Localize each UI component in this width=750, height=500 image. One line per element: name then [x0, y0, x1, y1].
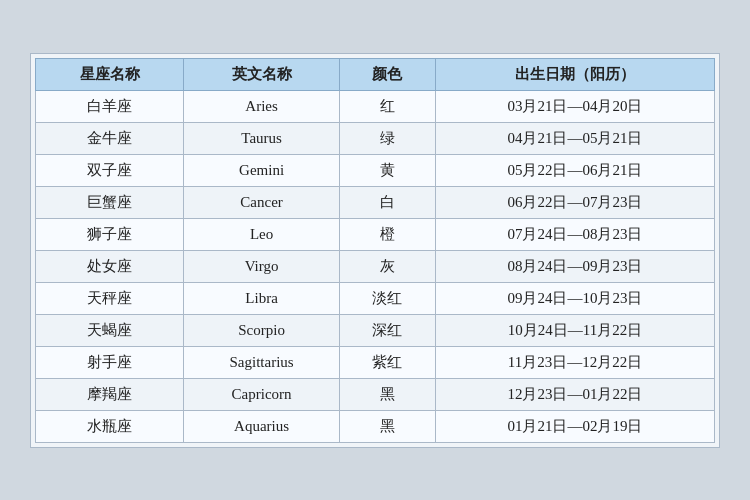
cell-5-2: 灰: [339, 250, 435, 282]
cell-2-1: Gemini: [184, 154, 340, 186]
cell-3-2: 白: [339, 186, 435, 218]
cell-9-3: 12月23日—01月22日: [435, 378, 714, 410]
cell-1-3: 04月21日—05月21日: [435, 122, 714, 154]
cell-4-0: 狮子座: [36, 218, 184, 250]
table-row: 摩羯座Capricorn黑12月23日—01月22日: [36, 378, 715, 410]
cell-8-2: 紫红: [339, 346, 435, 378]
table-row: 天蝎座Scorpio深红10月24日—11月22日: [36, 314, 715, 346]
cell-2-2: 黄: [339, 154, 435, 186]
table-row: 天秤座Libra淡红09月24日—10月23日: [36, 282, 715, 314]
cell-6-3: 09月24日—10月23日: [435, 282, 714, 314]
table-row: 射手座Sagittarius紫红11月23日—12月22日: [36, 346, 715, 378]
table-body: 白羊座Aries红03月21日—04月20日金牛座Taurus绿04月21日—0…: [36, 90, 715, 442]
cell-6-2: 淡红: [339, 282, 435, 314]
header-col-1: 英文名称: [184, 58, 340, 90]
cell-10-1: Aquarius: [184, 410, 340, 442]
cell-3-1: Cancer: [184, 186, 340, 218]
cell-2-0: 双子座: [36, 154, 184, 186]
cell-8-0: 射手座: [36, 346, 184, 378]
table-row: 金牛座Taurus绿04月21日—05月21日: [36, 122, 715, 154]
cell-7-1: Scorpio: [184, 314, 340, 346]
cell-7-0: 天蝎座: [36, 314, 184, 346]
cell-5-3: 08月24日—09月23日: [435, 250, 714, 282]
zodiac-table-wrapper: 星座名称英文名称颜色出生日期（阳历） 白羊座Aries红03月21日—04月20…: [30, 53, 720, 448]
cell-0-1: Aries: [184, 90, 340, 122]
cell-3-3: 06月22日—07月23日: [435, 186, 714, 218]
cell-9-0: 摩羯座: [36, 378, 184, 410]
table-row: 双子座Gemini黄05月22日—06月21日: [36, 154, 715, 186]
cell-8-3: 11月23日—12月22日: [435, 346, 714, 378]
table-row: 巨蟹座Cancer白06月22日—07月23日: [36, 186, 715, 218]
table-row: 处女座Virgo灰08月24日—09月23日: [36, 250, 715, 282]
cell-5-1: Virgo: [184, 250, 340, 282]
cell-10-3: 01月21日—02月19日: [435, 410, 714, 442]
cell-5-0: 处女座: [36, 250, 184, 282]
table-header-row: 星座名称英文名称颜色出生日期（阳历）: [36, 58, 715, 90]
cell-10-0: 水瓶座: [36, 410, 184, 442]
cell-2-3: 05月22日—06月21日: [435, 154, 714, 186]
cell-4-2: 橙: [339, 218, 435, 250]
header-col-2: 颜色: [339, 58, 435, 90]
table-row: 白羊座Aries红03月21日—04月20日: [36, 90, 715, 122]
table-row: 水瓶座Aquarius黑01月21日—02月19日: [36, 410, 715, 442]
cell-9-1: Capricorn: [184, 378, 340, 410]
cell-7-2: 深红: [339, 314, 435, 346]
table-row: 狮子座Leo橙07月24日—08月23日: [36, 218, 715, 250]
cell-0-2: 红: [339, 90, 435, 122]
cell-9-2: 黑: [339, 378, 435, 410]
cell-10-2: 黑: [339, 410, 435, 442]
cell-8-1: Sagittarius: [184, 346, 340, 378]
cell-6-1: Libra: [184, 282, 340, 314]
cell-4-1: Leo: [184, 218, 340, 250]
cell-3-0: 巨蟹座: [36, 186, 184, 218]
cell-6-0: 天秤座: [36, 282, 184, 314]
cell-1-2: 绿: [339, 122, 435, 154]
zodiac-table: 星座名称英文名称颜色出生日期（阳历） 白羊座Aries红03月21日—04月20…: [35, 58, 715, 443]
header-col-0: 星座名称: [36, 58, 184, 90]
header-col-3: 出生日期（阳历）: [435, 58, 714, 90]
cell-7-3: 10月24日—11月22日: [435, 314, 714, 346]
cell-0-3: 03月21日—04月20日: [435, 90, 714, 122]
cell-0-0: 白羊座: [36, 90, 184, 122]
cell-1-0: 金牛座: [36, 122, 184, 154]
cell-1-1: Taurus: [184, 122, 340, 154]
cell-4-3: 07月24日—08月23日: [435, 218, 714, 250]
